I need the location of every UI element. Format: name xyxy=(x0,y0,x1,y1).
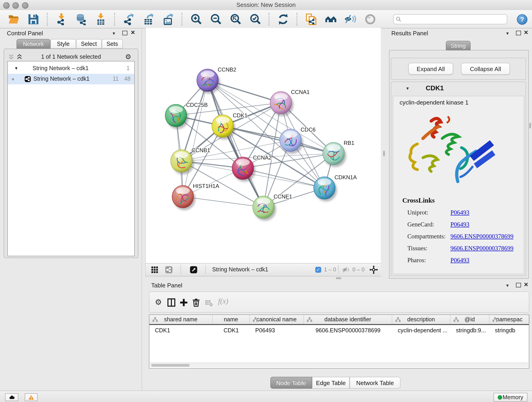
column-header-namespac[interactable]: namespac xyxy=(489,315,530,324)
crosslink-link[interactable]: 9606.ENSP00000378699 xyxy=(450,245,513,252)
control-panel-close-icon[interactable]: ✕ xyxy=(131,29,135,36)
splitter-handle[interactable] xyxy=(336,277,341,279)
vertical-splitter[interactable] xyxy=(380,28,388,281)
grid-view-icon[interactable] xyxy=(151,266,158,274)
network-node-CCNE1[interactable]: CCNE1 xyxy=(253,193,292,221)
window-title: Session: New Session xyxy=(0,1,532,8)
horizontal-scrollbar[interactable] xyxy=(150,363,528,367)
selected-checkbox-icon[interactable]: ✓ xyxy=(315,267,321,273)
delete-column-icon[interactable] xyxy=(191,298,201,307)
crosslink-link[interactable]: 9606.ENSP00000378699 xyxy=(450,233,513,240)
column-header-description[interactable]: description xyxy=(392,315,450,324)
network-view-canvas[interactable]: CCNB2CCNA1CDC25BCDK1CDC6RB1CCNB1CCNA2CDK… xyxy=(145,28,381,263)
import-database-icon[interactable] xyxy=(75,13,87,25)
refresh-layout-icon[interactable] xyxy=(277,13,289,25)
results-panel-collapse-icon[interactable]: ▼ xyxy=(505,31,510,36)
import-network-icon[interactable] xyxy=(55,13,67,25)
tree-expand-icon[interactable]: ▼ xyxy=(14,63,18,74)
hide-selected-icon[interactable] xyxy=(344,13,356,25)
network-node-CCNB2[interactable]: CCNB2 xyxy=(197,66,236,94)
birds-eye-view-icon[interactable] xyxy=(190,266,197,274)
network-node-HIST1H1A[interactable]: HIST1H1A xyxy=(172,183,219,210)
tree-row-network[interactable]: ● String Network – cdk1 11 48 xyxy=(8,74,134,84)
results-panel-float-icon[interactable] xyxy=(516,31,521,35)
table-cell[interactable]: cyclin-dependent ... xyxy=(392,326,450,335)
tab-edge-table[interactable]: Edge Table xyxy=(312,377,350,389)
warning-button[interactable] xyxy=(25,393,38,401)
column-header-database-identifier[interactable]: database identifier xyxy=(304,315,392,324)
table-panel-collapse-icon[interactable]: ▼ xyxy=(505,283,510,288)
function-builder-icon[interactable]: f(x) xyxy=(218,297,228,305)
column-header--id[interactable]: @id xyxy=(450,315,489,324)
tab-select[interactable]: Select xyxy=(76,39,102,49)
scrollbar-handle[interactable] xyxy=(151,364,190,366)
network-node-CCNB1[interactable]: CCNB1 xyxy=(171,147,210,174)
delete-table-icon[interactable] xyxy=(205,299,213,307)
table-cell[interactable]: CDK1 xyxy=(213,326,250,335)
table-panel-close-icon[interactable]: ✕ xyxy=(524,281,528,288)
zoom-fit-icon[interactable] xyxy=(229,13,241,25)
network-node-CCNA1[interactable]: CCNA1 xyxy=(270,89,310,116)
zoom-selected-icon[interactable] xyxy=(249,13,261,25)
splitter-handle[interactable] xyxy=(383,151,385,156)
tab-string-results[interactable]: String xyxy=(446,41,471,51)
table-cell[interactable]: stringdb xyxy=(489,326,530,335)
gene-section-collapse-icon[interactable]: ▼ xyxy=(405,86,410,91)
network-node-CDC25B[interactable]: CDC25B xyxy=(165,102,208,129)
control-panel-title: Control Panel xyxy=(7,30,43,37)
tab-sets[interactable]: Sets xyxy=(102,39,123,49)
share-document-icon[interactable] xyxy=(305,13,317,25)
show-columns-icon[interactable] xyxy=(167,298,176,307)
table-cell[interactable]: P06493 xyxy=(250,326,304,335)
column-header-shared-name[interactable]: shared name xyxy=(149,315,213,324)
collapse-all-button[interactable]: Collapse All xyxy=(461,63,510,75)
home-network-icon[interactable] xyxy=(325,13,336,25)
table-cell[interactable]: 9606.ENSP00000378699 xyxy=(304,326,392,335)
table-gear-icon[interactable]: ⚙ xyxy=(155,298,162,306)
tab-network-table[interactable]: Network Table xyxy=(350,377,400,389)
tab-style[interactable]: Style xyxy=(51,39,76,49)
show-selected-icon[interactable] xyxy=(364,13,376,25)
gene-description: cyclin-dependent kinase 1 xyxy=(399,99,469,106)
zoom-in-icon[interactable] xyxy=(190,13,202,25)
tab-network[interactable]: Network xyxy=(17,39,51,49)
network-node-CDKN1A[interactable]: CDKN1A xyxy=(314,174,357,201)
save-session-icon[interactable] xyxy=(27,13,39,25)
network-node-CDK1[interactable]: CDK1 xyxy=(212,112,247,140)
hidden-eye-icon[interactable] xyxy=(342,266,350,274)
add-column-icon[interactable] xyxy=(179,298,188,307)
gear-icon[interactable]: ⚙ xyxy=(125,53,131,60)
tab-node-table[interactable]: Node Table xyxy=(270,377,312,389)
open-folder-icon[interactable] xyxy=(7,13,19,25)
network-edge[interactable] xyxy=(183,80,208,197)
help-button[interactable]: ? xyxy=(517,14,527,25)
node-label-HIST1H1A: HIST1H1A xyxy=(193,183,219,189)
control-panel-float-icon[interactable] xyxy=(122,31,127,35)
memory-button[interactable]: Memory xyxy=(494,393,527,402)
export-network-icon[interactable] xyxy=(123,13,134,25)
tree-row-root[interactable]: ▼ String Network – cdk1 1 xyxy=(8,63,134,74)
control-panel-collapse-icon[interactable]: ▼ xyxy=(112,31,116,36)
import-table-icon[interactable] xyxy=(95,13,107,25)
table-cell[interactable]: CDK1 xyxy=(149,326,213,335)
network-node-RB1[interactable]: RB1 xyxy=(323,140,355,167)
table-cell[interactable]: stringdb:9... xyxy=(450,326,489,335)
crosslink-link[interactable]: P06493 xyxy=(450,257,469,264)
network-node-CCNA2[interactable]: CCNA2 xyxy=(232,154,272,182)
results-panel-close-icon[interactable]: ✕ xyxy=(524,29,528,36)
crosshair-move-icon[interactable] xyxy=(369,265,378,274)
expand-all-button[interactable]: Expand All xyxy=(408,63,453,75)
node-label-CDC6: CDC6 xyxy=(301,127,316,133)
cloud-button[interactable] xyxy=(5,393,18,401)
table-panel-float-icon[interactable] xyxy=(516,283,521,287)
crosslink-link[interactable]: P06493 xyxy=(450,221,469,228)
column-header-canonical-name[interactable]: canonical name xyxy=(250,315,304,324)
crosslink-link[interactable]: P06493 xyxy=(450,209,469,216)
export-table-icon[interactable] xyxy=(142,13,154,25)
network-edge[interactable] xyxy=(223,126,334,153)
column-header-name[interactable]: name xyxy=(213,315,250,324)
string-view-icon[interactable] xyxy=(165,266,173,274)
export-image-icon[interactable] xyxy=(162,13,174,25)
zoom-out-icon[interactable] xyxy=(210,13,222,25)
search-input[interactable] xyxy=(393,14,507,24)
